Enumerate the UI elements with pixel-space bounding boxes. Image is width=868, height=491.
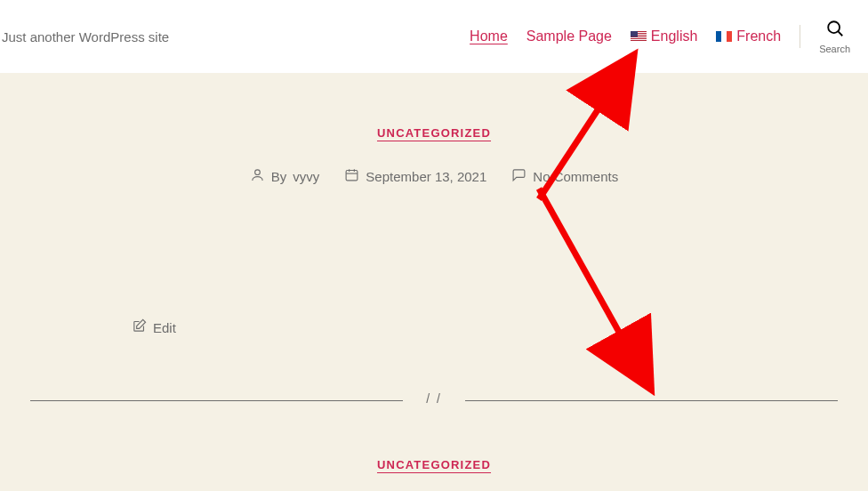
post-category-link[interactable]: UNCATEGORIZED [377, 458, 491, 471]
svg-line-12 [838, 31, 842, 36]
svg-point-11 [828, 21, 840, 33]
author-name: vyvy [293, 169, 319, 184]
post-comments[interactable]: No Comments [511, 167, 618, 185]
calendar-icon [344, 167, 359, 185]
post-edit-row: Edit [0, 318, 868, 336]
svg-rect-7 [631, 31, 638, 37]
search-icon [825, 19, 845, 42]
edit-icon [132, 318, 147, 336]
post-2: UNCATEGORIZED [0, 456, 868, 472]
search-label: Search [819, 44, 850, 54]
nav-divider [800, 25, 800, 48]
post-1: UNCATEGORIZED By vyvy September 13, 2021 [0, 73, 868, 336]
post-date-value: September 13, 2021 [366, 169, 486, 184]
post-category-link[interactable]: UNCATEGORIZED [377, 126, 491, 140]
svg-rect-5 [631, 39, 647, 40]
svg-rect-9 [721, 31, 727, 42]
post-comments-value: No Comments [533, 169, 618, 184]
svg-rect-14 [346, 171, 358, 181]
nav-link-french-label: French [736, 28, 781, 44]
svg-rect-4 [631, 37, 647, 38]
comment-icon [511, 167, 526, 185]
post-date[interactable]: September 13, 2021 [344, 167, 486, 185]
post-meta: By vyvy September 13, 2021 No Comments [0, 167, 868, 185]
nav-link-english[interactable]: English [631, 28, 697, 44]
post-author[interactable]: By vyvy [250, 167, 320, 185]
search-button[interactable]: Search [819, 19, 850, 54]
site-header: Just another WordPress site Home Sample … [0, 0, 868, 73]
site-tagline: Just another WordPress site [0, 29, 169, 44]
svg-rect-8 [716, 31, 721, 42]
nav-link-home[interactable]: Home [470, 28, 508, 44]
edit-label: Edit [153, 320, 176, 335]
flag-fr-icon [716, 31, 732, 42]
primary-nav: Home Sample Page English French [470, 28, 781, 44]
edit-post-link[interactable]: Edit [132, 318, 176, 336]
svg-point-13 [255, 170, 261, 175]
flag-us-icon [631, 31, 647, 42]
nav-link-sample-page[interactable]: Sample Page [526, 28, 612, 44]
header-right: Home Sample Page English French Search [470, 19, 850, 54]
author-icon [250, 167, 265, 185]
svg-rect-10 [727, 31, 732, 42]
nav-link-french[interactable]: French [716, 28, 781, 44]
svg-rect-6 [631, 41, 647, 42]
author-by: By [271, 169, 287, 184]
post-separator: / / [30, 400, 838, 401]
separator-slashes: / / [426, 391, 442, 406]
nav-link-english-label: English [651, 28, 697, 44]
content-area: UNCATEGORIZED By vyvy September 13, 2021 [0, 73, 868, 491]
